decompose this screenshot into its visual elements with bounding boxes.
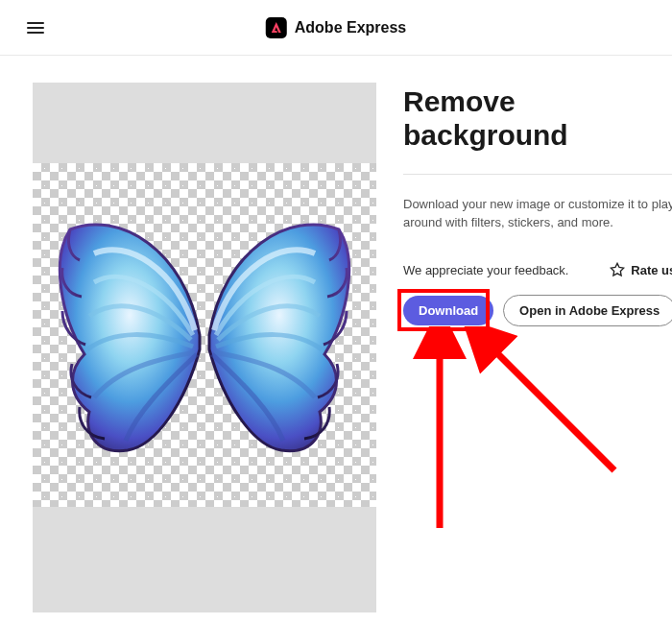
feedback-text: We appreciate your feedback. — [403, 263, 568, 277]
rate-us-button[interactable]: Rate us — [610, 262, 672, 277]
rate-us-label: Rate us — [631, 263, 672, 277]
preview-letterbox-bottom — [33, 507, 376, 612]
app-header: Adobe Express — [0, 0, 672, 56]
star-icon — [610, 262, 625, 277]
action-buttons: Download Open in Adobe Express — [403, 295, 672, 326]
divider — [403, 174, 672, 175]
preview-letterbox-top — [33, 83, 376, 163]
svg-marker-0 — [612, 264, 624, 276]
image-preview — [33, 83, 376, 612]
description-text: Download your new image or customize it … — [403, 196, 672, 232]
page-title: Remove background — [403, 84, 672, 153]
adobe-express-icon — [266, 17, 287, 38]
download-button[interactable]: Download — [403, 296, 493, 325]
feedback-row: We appreciate your feedback. Rate us — [403, 262, 672, 277]
main-content: Remove background Download your new imag… — [0, 56, 672, 624]
brand-logo: Adobe Express — [266, 17, 406, 38]
result-image — [33, 163, 376, 507]
open-in-express-button[interactable]: Open in Adobe Express — [503, 295, 672, 326]
side-panel: Remove background Download your new imag… — [403, 83, 672, 612]
brand-text: Adobe Express — [295, 19, 406, 36]
hamburger-menu-icon[interactable] — [25, 13, 46, 42]
